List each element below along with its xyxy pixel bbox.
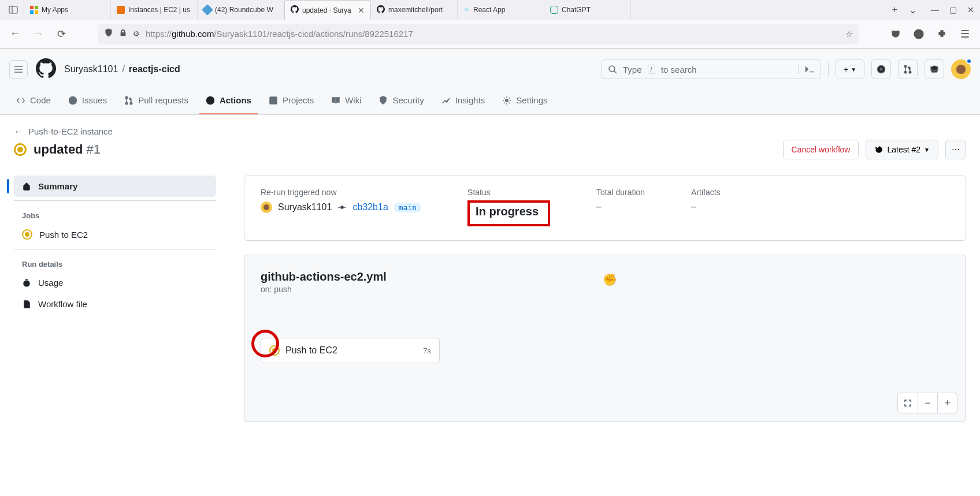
- shield-icon[interactable]: [104, 28, 113, 39]
- browser-tab-active[interactable]: updated · Surya ✕: [284, 0, 371, 20]
- minimize-icon[interactable]: —: [931, 5, 939, 14]
- run-title: updated: [34, 142, 83, 157]
- menu-icon[interactable]: ☰: [956, 25, 974, 43]
- summary-card: Re-run triggered now Suryask1101 cb32b1a…: [244, 176, 966, 241]
- repo-nav: Code Issues Pull requests Actions Projec…: [9, 91, 971, 114]
- nav-actions[interactable]: Actions: [199, 91, 258, 114]
- svg-point-17: [125, 96, 128, 99]
- status-value: In progress: [467, 200, 550, 226]
- actor-avatar-icon: [261, 202, 272, 213]
- duration-label: Total duration: [596, 188, 645, 197]
- sidebar-job[interactable]: Push to EC2: [14, 223, 216, 245]
- close-window-icon[interactable]: ✕: [967, 5, 974, 14]
- tab-title: (42) Roundcube W: [215, 6, 278, 14]
- tab-title: ChatGPT: [562, 6, 625, 14]
- zoom-controls: − +: [897, 393, 957, 413]
- nav-code[interactable]: Code: [9, 91, 58, 114]
- arrow-left-icon: ←: [14, 126, 23, 136]
- tab-bar: My Apps Instances | EC2 | us (42) Roundc…: [0, 0, 980, 20]
- tab-title: My Apps: [42, 6, 105, 14]
- browser-tab[interactable]: ⚛ React App: [458, 0, 544, 20]
- svg-point-14: [909, 71, 911, 73]
- status-in-progress-icon: [269, 345, 280, 356]
- extensions-icon[interactable]: [933, 25, 951, 43]
- url-text: https://github.com/Suryask1101/reactjs-c…: [146, 29, 840, 39]
- browser-tab[interactable]: maxemitchell/port: [371, 0, 458, 20]
- close-icon[interactable]: ✕: [358, 6, 365, 15]
- browser-tab[interactable]: Instances | EC2 | us: [111, 0, 198, 20]
- inbox-button[interactable]: [925, 59, 944, 79]
- job-name: Push to EC2: [285, 345, 337, 356]
- browser-tab[interactable]: (42) Roundcube W: [198, 0, 284, 20]
- commit-link[interactable]: cb32b1a: [352, 202, 388, 212]
- github-logo[interactable]: [36, 58, 56, 80]
- sidebar-workflow-file[interactable]: Workflow file: [14, 293, 216, 315]
- nav-security[interactable]: Security: [372, 91, 430, 114]
- actor-link[interactable]: Suryask1101: [278, 202, 332, 212]
- tab-list-button[interactable]: ⌄: [909, 5, 916, 16]
- sidebar-usage[interactable]: Usage: [14, 272, 216, 293]
- permissions-icon[interactable]: ⚙: [133, 29, 140, 38]
- main-column: Re-run triggered now Suryask1101 cb32b1a…: [244, 176, 966, 422]
- sidebar-summary[interactable]: Summary: [14, 176, 216, 197]
- breadcrumb-sep: /: [122, 64, 124, 74]
- svg-point-13: [904, 71, 907, 73]
- owner-link[interactable]: Suryask1101: [64, 64, 118, 74]
- hamburger-button[interactable]: [9, 60, 28, 79]
- run-title-row: updated #1 Cancel workflow Latest #2 ▼ ⋯: [14, 140, 966, 159]
- duration-value: –: [596, 202, 645, 212]
- search-suffix: to search: [661, 65, 697, 74]
- nav-bar: ← → ⟳ ⚙ https://github.com/Suryask1101/r…: [0, 20, 980, 49]
- maximize-icon[interactable]: ▢: [949, 5, 957, 14]
- jobs-heading: Jobs: [22, 211, 216, 220]
- pocket-icon[interactable]: [886, 25, 905, 43]
- svg-point-19: [130, 102, 132, 105]
- account-icon[interactable]: [910, 25, 928, 43]
- latest-attempt-button[interactable]: Latest #2 ▼: [866, 140, 938, 159]
- commit-icon: [337, 203, 347, 212]
- nav-settings[interactable]: Settings: [495, 91, 554, 114]
- svg-point-7: [917, 31, 920, 34]
- search-icon: [608, 65, 617, 74]
- sidebar-toggle-icon[interactable]: [2, 0, 24, 20]
- tab-title: maxemitchell/port: [388, 6, 451, 14]
- status-in-progress-icon: [14, 143, 27, 156]
- job-duration: 7s: [423, 346, 431, 355]
- lock-icon[interactable]: [119, 29, 127, 39]
- svg-rect-2: [30, 6, 34, 9]
- nav-projects[interactable]: Projects: [262, 91, 321, 114]
- search-kbd: /: [648, 65, 655, 74]
- nav-insights[interactable]: Insights: [435, 91, 492, 114]
- chevron-down-icon: ▼: [924, 147, 930, 153]
- nav-issues[interactable]: Issues: [61, 91, 114, 114]
- svg-point-11: [880, 68, 882, 70]
- nav-wiki[interactable]: Wiki: [324, 91, 368, 114]
- command-palette-icon[interactable]: [798, 65, 815, 74]
- cancel-workflow-button[interactable]: Cancel workflow: [783, 140, 859, 159]
- back-button[interactable]: ←: [6, 25, 24, 43]
- fullscreen-button[interactable]: [898, 393, 918, 413]
- more-actions-button[interactable]: ⋯: [945, 140, 966, 159]
- zoom-out-button[interactable]: −: [918, 393, 937, 413]
- repo-link[interactable]: reactjs-cicd: [129, 64, 180, 74]
- reload-button[interactable]: ⟳: [52, 25, 70, 43]
- tab-favicon: [117, 6, 125, 14]
- nav-pull-requests[interactable]: Pull requests: [117, 91, 195, 114]
- url-bar[interactable]: ⚙ https://github.com/Suryask1101/reactjs…: [98, 24, 859, 44]
- notification-badge-icon: [966, 58, 972, 64]
- user-avatar[interactable]: [951, 59, 971, 79]
- workflow-breadcrumb[interactable]: ← Push-to-EC2 instance: [14, 126, 966, 136]
- artifacts-value: –: [691, 202, 721, 212]
- browser-tab[interactable]: ChatGPT: [544, 0, 631, 20]
- job-node[interactable]: Push to EC2 7s: [261, 338, 440, 363]
- new-tab-button[interactable]: +: [892, 5, 897, 16]
- bookmark-icon[interactable]: ☆: [845, 29, 853, 39]
- branch-badge[interactable]: main: [394, 203, 421, 212]
- browser-tab[interactable]: My Apps: [24, 0, 111, 20]
- trigger-label: Re-run triggered now: [261, 188, 421, 197]
- issues-button[interactable]: [871, 59, 891, 79]
- search-input[interactable]: Type / to search: [602, 59, 821, 79]
- create-new-button[interactable]: + ▼: [836, 59, 864, 79]
- zoom-in-button[interactable]: +: [937, 393, 957, 413]
- pull-requests-button[interactable]: [898, 59, 918, 79]
